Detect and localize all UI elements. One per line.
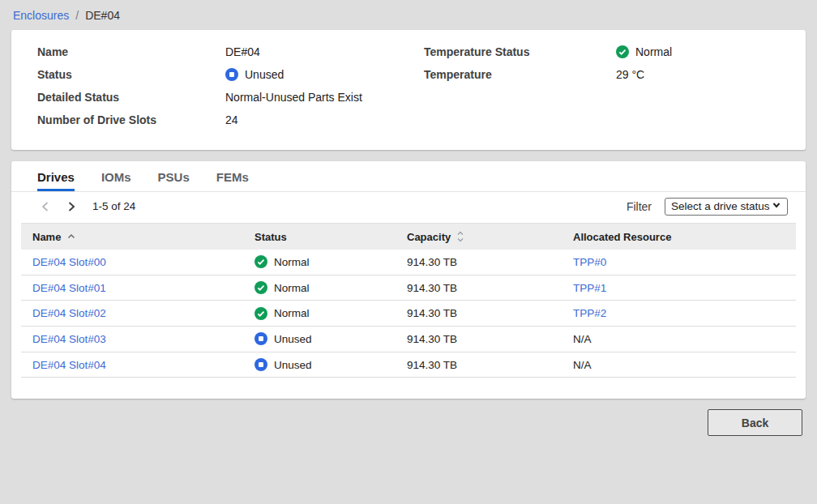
stop-circle-icon (255, 332, 267, 345)
capacity-cell: 914.30 TB (396, 256, 562, 268)
allocated-resource-link[interactable]: TPP#0 (573, 256, 606, 268)
info-value: 29 °C (616, 63, 644, 86)
chevron-down-icon (772, 200, 781, 212)
info-label: Temperature (424, 63, 616, 86)
column-header-name[interactable]: Name (21, 231, 243, 243)
components-panel: Drives IOMs PSUs FEMs 1-5 of 24 Filter S… (11, 161, 806, 399)
info-value: 24 (225, 109, 238, 131)
info-label: Name (37, 41, 225, 63)
info-row-drive-slots: Number of Drive Slots 24 (37, 109, 424, 131)
status-text: Normal (274, 256, 310, 268)
drives-table: Name Status Capacity Allocated Resource … (21, 223, 796, 378)
capacity-cell: 914.30 TB (396, 333, 562, 345)
info-value: Normal (616, 41, 672, 63)
stop-circle-icon (225, 68, 238, 81)
breadcrumb-enclosures-link[interactable]: Enclosures (13, 9, 69, 22)
drive-status-select-value: Select a drive status (671, 200, 772, 212)
capacity-cell: 914.30 TB (396, 282, 562, 294)
status-text: Unused (274, 333, 312, 345)
column-header-capacity[interactable]: Capacity (396, 231, 562, 243)
allocated-resource-text: N/A (573, 333, 592, 345)
drive-link[interactable]: DE#04 Slot#01 (32, 282, 106, 294)
check-circle-icon (255, 255, 267, 268)
info-label: Detailed Status (37, 86, 225, 109)
tab-psus[interactable]: PSUs (158, 161, 190, 191)
status-text: Unused (274, 359, 312, 371)
drive-status-select[interactable]: Select a drive status (665, 198, 788, 216)
tab-fems[interactable]: FEMs (216, 161, 249, 191)
filter-label: Filter (627, 200, 652, 213)
check-circle-icon (255, 281, 267, 294)
info-right-column: Temperature Status Normal Temperature 29… (424, 41, 806, 131)
info-label: Temperature Status (424, 41, 616, 63)
tab-drives[interactable]: Drives (37, 161, 75, 191)
table-header-row: Name Status Capacity Allocated Resource (21, 223, 796, 250)
table-row: DE#04 Slot#00 Normal 914.30 TB TPP#0 (21, 250, 796, 275)
allocated-resource-link[interactable]: TPP#2 (573, 307, 606, 319)
table-row: DE#04 Slot#04 Unused 914.30 TB N/A (21, 352, 796, 378)
breadcrumb-separator: / (75, 9, 79, 22)
info-left-column: Name DE#04 Status Unused Detailed Status… (37, 41, 424, 131)
info-row-temp-status: Temperature Status Normal (424, 41, 806, 63)
next-page-icon[interactable] (62, 197, 81, 216)
enclosure-info-panel: Name DE#04 Status Unused Detailed Status… (11, 30, 806, 150)
allocated-resource-text: N/A (573, 359, 592, 371)
breadcrumb-current: DE#04 (85, 9, 120, 22)
info-row-detailed-status: Detailed Status Normal-Unused Parts Exis… (37, 86, 424, 109)
drive-link[interactable]: DE#04 Slot#04 (32, 359, 106, 371)
stop-circle-icon (255, 358, 267, 371)
info-label: Status (37, 63, 225, 86)
drive-link[interactable]: DE#04 Slot#00 (32, 256, 106, 268)
breadcrumb: Enclosures / DE#04 (0, 0, 817, 30)
column-header-allocated-resource: Allocated Resource (562, 231, 796, 243)
table-row: DE#04 Slot#03 Unused 914.30 TB N/A (21, 327, 796, 352)
drive-link[interactable]: DE#04 Slot#02 (32, 307, 106, 319)
sort-ascending-icon (67, 233, 75, 240)
back-button[interactable]: Back (708, 409, 802, 436)
status-text: Normal (274, 282, 310, 294)
tab-bar: Drives IOMs PSUs FEMs (11, 161, 806, 192)
info-label: Number of Drive Slots (37, 109, 225, 131)
previous-page-icon[interactable] (36, 197, 55, 216)
allocated-resource-link[interactable]: TPP#1 (573, 282, 606, 294)
info-value: Normal-Unused Parts Exist (225, 86, 362, 109)
info-row-temperature: Temperature 29 °C (424, 63, 806, 86)
table-row: DE#04 Slot#02 Normal 914.30 TB TPP#2 (21, 301, 796, 327)
info-row-name: Name DE#04 (37, 41, 424, 63)
pagination-range: 1-5 of 24 (92, 200, 135, 212)
check-circle-icon (616, 45, 629, 58)
drive-link[interactable]: DE#04 Slot#03 (32, 333, 106, 345)
sort-both-icon (457, 231, 464, 242)
footer: Back (0, 399, 817, 436)
info-value: Unused (225, 63, 284, 86)
check-circle-icon (255, 307, 267, 320)
table-toolbar: 1-5 of 24 Filter Select a drive status (11, 192, 806, 220)
info-row-status: Status Unused (37, 63, 424, 86)
status-text: Normal (274, 307, 310, 319)
capacity-cell: 914.30 TB (396, 359, 562, 371)
tab-ioms[interactable]: IOMs (101, 161, 131, 191)
column-header-status: Status (243, 231, 396, 243)
capacity-cell: 914.30 TB (396, 307, 562, 319)
table-row: DE#04 Slot#01 Normal 914.30 TB TPP#1 (21, 275, 796, 301)
info-value: DE#04 (225, 41, 260, 63)
